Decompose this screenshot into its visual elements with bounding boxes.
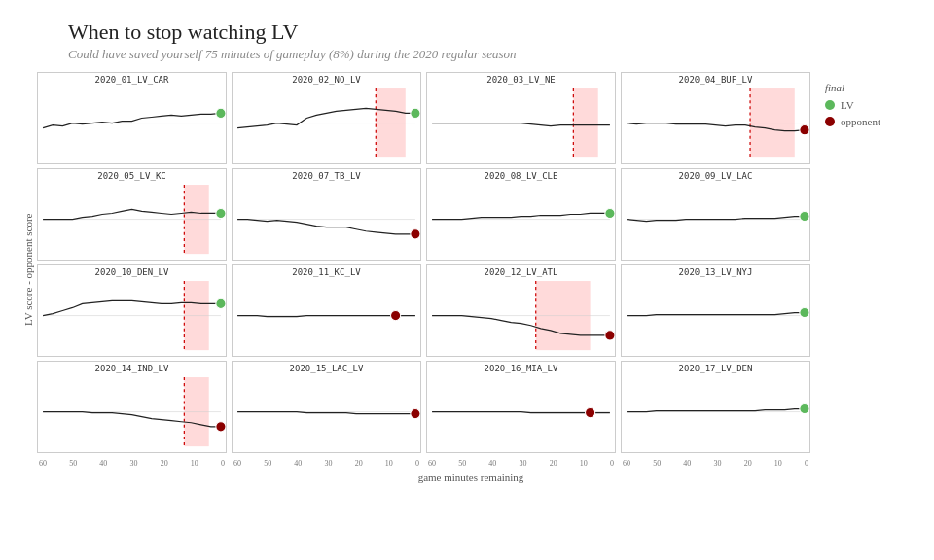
x-tick-10: 10 <box>774 459 782 468</box>
x-tick-60: 60 <box>234 459 241 468</box>
chart-title-2020_04_BUF_LV: 2020_04_BUF_LV <box>679 75 753 85</box>
chart-title-2020_05_LV_KC: 2020_05_LV_KC <box>97 171 165 181</box>
x-tick-0: 0 <box>805 459 808 468</box>
chart-title-2020_01_LV_CAR: 2020_01_LV_CAR <box>95 75 169 85</box>
opp-dot-legend <box>825 117 835 126</box>
chart-title-2020_11_KC_LV: 2020_11_KC_LV <box>292 267 360 277</box>
legend-lv-label: LV <box>841 99 854 111</box>
svg-point-38 <box>216 422 226 432</box>
chart-title-2020_14_IND_LV: 2020_14_IND_LV <box>95 364 169 373</box>
x-tick-20: 20 <box>161 459 168 468</box>
legend-title: final <box>825 82 922 93</box>
svg-point-26 <box>216 298 226 308</box>
chart-2020_14_IND_LV: 2020_14_IND_LV <box>37 361 227 453</box>
chart-title-2020_03_LV_NE: 2020_03_LV_NE <box>486 75 555 85</box>
svg-point-40 <box>411 409 420 419</box>
chart-2020_04_BUF_LV: 2020_04_BUF_LV <box>621 72 810 164</box>
svg-point-22 <box>800 211 809 221</box>
chart-2020_12_LV_ATL: 2020_12_LV_ATL <box>426 264 616 357</box>
x-tick-20: 20 <box>744 459 752 468</box>
x-axis-1: 6050403020100 <box>232 459 421 468</box>
svg-point-28 <box>391 311 401 321</box>
x-tick-50: 50 <box>458 459 466 468</box>
x-tick-40: 40 <box>99 459 107 468</box>
x-tick-0: 0 <box>221 459 225 468</box>
x-tick-30: 30 <box>519 459 526 468</box>
legend-item-lv: LV <box>825 99 922 111</box>
x-axis-2: 6050403020100 <box>426 459 616 468</box>
chart-2020_10_DEN_LV: 2020_10_DEN_LV <box>37 264 227 357</box>
x-tick-10: 10 <box>191 459 198 468</box>
chart-2020_16_MIA_LV: 2020_16_MIA_LV <box>426 361 616 453</box>
svg-point-34 <box>800 307 809 317</box>
chart-title-2020_09_LV_LAC: 2020_09_LV_LAC <box>679 171 753 181</box>
chart-2020_03_LV_NE: 2020_03_LV_NE <box>426 72 616 164</box>
x-tick-40: 40 <box>294 459 302 468</box>
chart-title-2020_12_LV_ATL: 2020_12_LV_ATL <box>485 267 558 277</box>
subtitle: Could have saved yourself 75 minutes of … <box>68 47 905 62</box>
x-axis-row: 6050403020100605040302010060504030201006… <box>37 459 815 468</box>
chart-2020_11_KC_LV: 2020_11_KC_LV <box>232 264 421 357</box>
x-axis-3: 6050403020100 <box>621 459 810 468</box>
svg-point-18 <box>411 229 420 239</box>
x-tick-60: 60 <box>428 459 436 468</box>
x-axis-label: game minutes remaining <box>37 472 905 483</box>
x-tick-50: 50 <box>69 459 77 468</box>
x-tick-30: 30 <box>324 459 332 468</box>
chart-2020_09_LV_LAC: 2020_09_LV_LAC <box>621 168 810 261</box>
legend-panel: final LV opponent <box>815 72 922 468</box>
x-tick-0: 0 <box>610 459 614 468</box>
chart-title-2020_10_DEN_LV: 2020_10_DEN_LV <box>95 267 169 277</box>
chart-title-2020_15_LAC_LV: 2020_15_LAC_LV <box>290 364 364 373</box>
chart-row-1: 2020_05_LV_KC2020_07_TB_LV2020_08_LV_CLE… <box>37 168 815 261</box>
charts-container: 2020_01_LV_CAR2020_02_NO_LV2020_03_LV_NE… <box>37 72 815 468</box>
x-tick-10: 10 <box>385 459 393 468</box>
x-tick-20: 20 <box>550 459 557 468</box>
chart-row-0: 2020_01_LV_CAR2020_02_NO_LV2020_03_LV_NE… <box>37 72 815 164</box>
x-tick-30: 30 <box>129 459 137 468</box>
charts-and-legend: 2020_01_LV_CAR2020_02_NO_LV2020_03_LV_NE… <box>37 72 922 468</box>
x-tick-0: 0 <box>415 459 419 468</box>
svg-point-44 <box>800 403 809 413</box>
x-tick-40: 40 <box>488 459 496 468</box>
legend-item-opp: opponent <box>825 116 922 127</box>
svg-point-42 <box>586 408 595 418</box>
x-tick-30: 30 <box>713 459 721 468</box>
x-tick-60: 60 <box>39 459 47 468</box>
chart-title-2020_08_LV_CLE: 2020_08_LV_CLE <box>485 171 558 181</box>
chart-title-2020_13_LV_NYJ: 2020_13_LV_NYJ <box>679 267 753 277</box>
chart-title-2020_02_NO_LV: 2020_02_NO_LV <box>292 75 360 85</box>
chart-2020_13_LV_NYJ: 2020_13_LV_NYJ <box>621 264 810 357</box>
x-tick-50: 50 <box>264 459 271 468</box>
chart-title-2020_16_MIA_LV: 2020_16_MIA_LV <box>485 364 558 373</box>
x-tick-20: 20 <box>355 459 363 468</box>
chart-title-2020_17_LV_DEN: 2020_17_LV_DEN <box>679 364 753 373</box>
svg-point-20 <box>605 208 615 218</box>
y-axis-label: LV score - opponent score <box>19 72 37 468</box>
svg-point-16 <box>216 208 226 218</box>
main-title: When to stop watching LV <box>68 19 905 45</box>
x-axis-0: 6050403020100 <box>37 459 227 468</box>
x-tick-40: 40 <box>683 459 691 468</box>
legend-opp-label: opponent <box>841 116 880 127</box>
lv-dot-legend <box>825 100 835 110</box>
x-tick-50: 50 <box>653 459 661 468</box>
chart-2020_08_LV_CLE: 2020_08_LV_CLE <box>426 168 616 261</box>
svg-point-32 <box>605 331 615 340</box>
chart-2020_01_LV_CAR: 2020_01_LV_CAR <box>37 72 227 164</box>
chart-area: LV score - opponent score 2020_01_LV_CAR… <box>19 72 905 468</box>
chart-2020_15_LAC_LV: 2020_15_LAC_LV <box>232 361 421 453</box>
chart-2020_02_NO_LV: 2020_02_NO_LV <box>232 72 421 164</box>
chart-title-2020_07_TB_LV: 2020_07_TB_LV <box>292 171 360 181</box>
x-tick-10: 10 <box>580 459 588 468</box>
chart-2020_07_TB_LV: 2020_07_TB_LV <box>232 168 421 261</box>
chart-2020_05_LV_KC: 2020_05_LV_KC <box>37 168 227 261</box>
svg-point-1 <box>216 108 226 118</box>
chart-row-2: 2020_10_DEN_LV2020_11_KC_LV2020_12_LV_AT… <box>37 264 815 357</box>
chart-2020_17_LV_DEN: 2020_17_LV_DEN <box>621 361 810 453</box>
x-tick-60: 60 <box>623 459 630 468</box>
svg-point-5 <box>411 108 420 118</box>
page: When to stop watching LV Could have save… <box>0 0 934 560</box>
svg-point-12 <box>800 125 809 135</box>
chart-row-3: 2020_14_IND_LV2020_15_LAC_LV2020_16_MIA_… <box>37 361 815 453</box>
